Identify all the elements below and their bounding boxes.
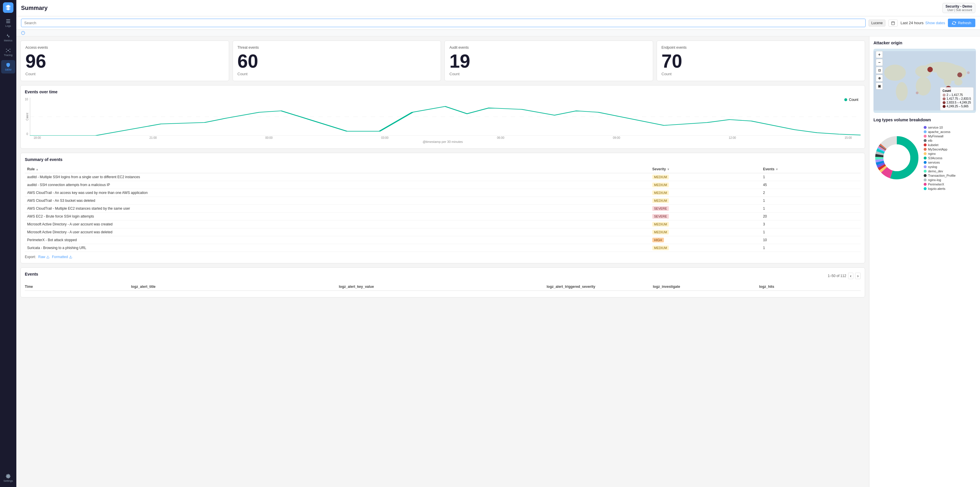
severity-cell: MEDIUM — [650, 197, 760, 205]
x-label-5: 06:00 — [497, 136, 504, 140]
severity-cell: MEDIUM — [650, 220, 760, 228]
svg-point-55 — [883, 144, 910, 171]
events-cell: 1 — [760, 228, 861, 236]
donut-legend-item-services: services — [924, 161, 956, 164]
svg-point-29 — [884, 65, 906, 81]
sidebar-item-metrics[interactable]: Metrics — [1, 31, 15, 44]
svg-point-38 — [967, 71, 970, 74]
severity-cell: MEDIUM — [650, 228, 760, 236]
donut-legend: service-10apache_accessMyFirewallelbkube… — [924, 126, 956, 190]
map-container: + − ⊡ ⊕ ▣ Count 2 – 1,417.751,417.75 – 2… — [873, 49, 976, 113]
donut-legend-item-logzio-alerts: logzio-alerts — [924, 187, 956, 190]
svg-point-28 — [937, 65, 967, 81]
events-header: Events 1–50 of 112 ‹ › — [25, 272, 861, 280]
map-legend-item: 4,249.25 – 5,665 — [943, 105, 971, 108]
events-cell: 1 — [760, 197, 861, 205]
map-legend: Count 2 – 1,417.751,417.75 – 2,833.52,83… — [940, 87, 974, 111]
events-col-title[interactable]: logz_alert_title — [131, 285, 334, 289]
account-name: Security - Demo — [945, 5, 972, 8]
sidebar-item-siem[interactable]: SIEM — [1, 60, 15, 73]
rule-cell: Microsoft Active Directory - A user acco… — [25, 220, 650, 228]
line-chart-svg — [30, 98, 861, 136]
col-events[interactable]: Events ▼ — [760, 165, 861, 173]
map-reset[interactable]: ⊡ — [876, 67, 883, 74]
svg-rect-12 — [892, 22, 895, 25]
events-col-hits[interactable]: logz_hits — [759, 285, 861, 289]
x-label-1: 18:00 — [33, 136, 41, 140]
chart-title: Events over time — [25, 89, 861, 94]
donut-legend-label: PerimeterX — [928, 182, 944, 186]
info-row — [16, 30, 980, 36]
y-axis-title: Count — [26, 113, 29, 121]
right-panel: Attacker origin — [869, 36, 980, 487]
map-layer[interactable]: ▣ — [876, 82, 883, 89]
sidebar-item-tracing[interactable]: Tracing — [1, 46, 15, 59]
map-zoom-out[interactable]: − — [876, 59, 883, 66]
query-type-badge[interactable]: Lucene — [869, 19, 885, 27]
events-cell: 3 — [760, 220, 861, 228]
topbar: Summary Security - Demo User | Sub accou… — [16, 0, 980, 16]
svg-point-33 — [954, 79, 963, 86]
col-severity[interactable]: Severity ▼ — [650, 165, 760, 173]
donut-legend-item-perimeterx: PerimeterX — [924, 182, 956, 186]
x-label-3: 00:00 — [265, 136, 272, 140]
calendar-button[interactable] — [888, 19, 898, 27]
left-panel: Access events 96 Count Threat events 60 … — [16, 36, 869, 487]
map-zoom-in[interactable]: + — [876, 51, 883, 58]
donut-legend-label: MyFirewall — [928, 135, 943, 138]
donut-legend-item-s3access: S3Access — [924, 156, 956, 160]
x-label-8: 15:00 — [845, 136, 852, 140]
sidebar-item-settings[interactable]: Settings — [1, 471, 15, 485]
donut-legend-item-nginx: nginx — [924, 152, 956, 155]
donut-legend-item-myfirewall: MyFirewall — [924, 135, 956, 138]
events-cell: 1 — [760, 173, 861, 181]
stat-value: 70 — [662, 52, 860, 71]
events-col-investigate[interactable]: logz_investigate — [653, 285, 754, 289]
prev-page-button[interactable]: ‹ — [848, 273, 854, 279]
log-types-title: Log types volume breakdown — [873, 117, 976, 122]
content-area: Access events 96 Count Threat events 60 … — [16, 36, 980, 487]
svg-point-35 — [957, 72, 962, 77]
svg-rect-1 — [6, 21, 10, 22]
stat-unit: Count — [449, 72, 648, 76]
donut-legend-label: demo_dev — [928, 170, 943, 173]
svg-point-37 — [916, 92, 918, 94]
sidebar-item-settings-label: Settings — [3, 479, 13, 482]
log-types-section: Log types volume breakdown — [873, 117, 976, 190]
chart-x-title: @timestamp per 30 minutes — [25, 140, 861, 143]
events-col-key-value[interactable]: logz_alert_key_value — [339, 285, 542, 289]
svg-point-7 — [10, 51, 11, 52]
time-filter: Last 24 hours Show dates — [900, 21, 945, 25]
map-legend-item: 2 – 1,417.75 — [943, 93, 971, 97]
rule-cell: AWS CloudTrail - Multiple EC2 instances … — [25, 205, 650, 213]
col-rule[interactable]: Rule ▲ — [25, 165, 650, 173]
export-formatted-link[interactable]: Formatted — [52, 255, 72, 259]
export-raw-link[interactable]: Raw — [38, 255, 49, 259]
y-label-0: 0 — [25, 132, 28, 136]
svg-point-3 — [8, 50, 9, 51]
rule-cell: AWS EC2 - Brute force SSH login attempts — [25, 213, 650, 220]
donut-legend-label: nginx-log — [928, 178, 941, 182]
events-col-severity[interactable]: logz_alert_triggered_severity — [547, 285, 648, 289]
refresh-button[interactable]: Refresh — [948, 19, 975, 27]
stat-card-endpoint-events: Endpoint events 70 Count — [657, 41, 865, 81]
search-input[interactable] — [21, 19, 865, 27]
donut-container: service-10apache_accessMyFirewallelbkube… — [873, 126, 976, 190]
sidebar-item-logs[interactable]: Logs — [1, 16, 15, 30]
events-section: Events 1–50 of 112 ‹ › Time logz_alert_t… — [21, 267, 865, 297]
stat-unit: Count — [237, 72, 436, 76]
table-row: AWS CloudTrail - Multiple EC2 instances … — [25, 205, 861, 213]
events-cell: 20 — [760, 213, 861, 220]
chart-area: Count 10 5 0 Count — [25, 98, 861, 144]
attacker-origin-section: Attacker origin — [873, 41, 976, 113]
next-page-button[interactable]: › — [855, 273, 861, 279]
show-dates-button[interactable]: Show dates — [926, 21, 945, 25]
events-col-time[interactable]: Time — [25, 285, 126, 289]
stat-label: Endpoint events — [662, 46, 860, 49]
donut-legend-label: S3Access — [928, 156, 942, 160]
table-row: auditd - Multiple SSH logins from a sing… — [25, 173, 861, 181]
stat-card-access-events: Access events 96 Count — [21, 41, 229, 81]
map-location[interactable]: ⊕ — [876, 75, 883, 82]
account-selector[interactable]: Security - Demo User | Sub account — [942, 3, 975, 13]
donut-legend-label: apache_access — [928, 130, 950, 133]
